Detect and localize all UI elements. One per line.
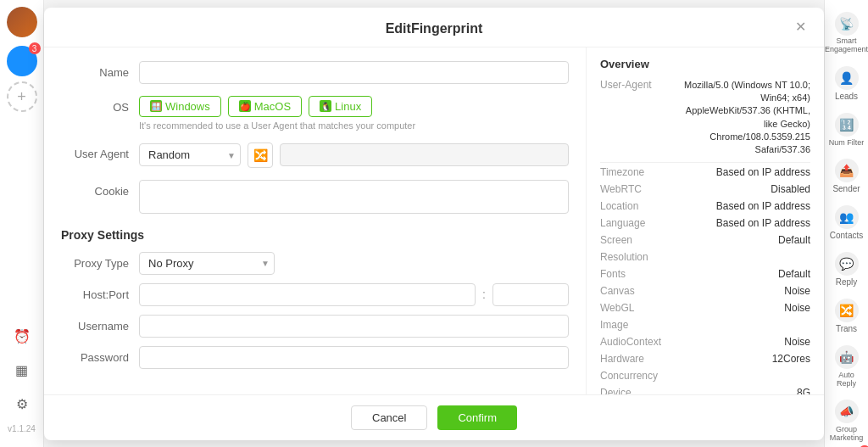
linux-label: Linux [335, 100, 361, 113]
leads-icon: 👤 [835, 66, 859, 90]
sidebar-item-label: Reply [836, 277, 858, 287]
auto-reply-icon: 🤖 [835, 345, 859, 369]
overview-val-device: 8G [683, 387, 810, 394]
port-separator: : [482, 288, 486, 301]
os-content: 🪟 Windows 🍎 MacOS 🐧 Linux [139, 96, 569, 131]
overview-row-image: Image [600, 319, 810, 331]
proxy-section-title: Proxy Settings [61, 228, 569, 242]
sidebar-item-label: Contacts [830, 231, 863, 240]
cookie-label: Cookie [61, 180, 129, 198]
windows-label: Windows [165, 100, 210, 113]
host-port-content: : [139, 283, 569, 306]
sidebar-item-trans[interactable]: 🔀 Trans [826, 293, 867, 338]
sidebar-item-group-marketing[interactable]: 📣 GroupMarketing [826, 394, 867, 447]
proxy-type-content: No Proxy HTTP SOCKS5 ▼ [139, 252, 569, 275]
os-linux-button[interactable]: 🐧 Linux [309, 96, 372, 117]
reply-icon: 💬 [835, 252, 859, 276]
overview-key-canvas: Canvas [600, 285, 676, 297]
sidebar-item-contacts[interactable]: 👥 Contacts [826, 200, 867, 245]
user-agent-select[interactable]: Random Custom [139, 143, 241, 166]
host-input[interactable] [139, 283, 476, 306]
overview-row-hardware: Hardware 12Cores [600, 353, 810, 365]
refresh-button[interactable]: 🔀 [248, 142, 273, 168]
overview-title: Overview [600, 58, 810, 70]
cookie-textarea[interactable] [139, 180, 569, 214]
username-input[interactable] [139, 315, 569, 338]
overview-key-webgl: WebGL [600, 302, 676, 314]
overview-key-language: Language [600, 217, 676, 229]
password-input[interactable] [139, 346, 569, 369]
sidebar-item-num-filter[interactable]: 🔢 Num Filter [826, 108, 867, 152]
overview-key-device: Device [600, 387, 676, 394]
sidebar-icon-grid[interactable]: ▦ [8, 356, 36, 383]
proxy-type-select[interactable]: No Proxy HTTP SOCKS5 [139, 252, 275, 275]
sidebar-item-reply[interactable]: 💬 Reply [826, 247, 867, 292]
port-input[interactable] [492, 283, 569, 306]
overview-row-fonts: Fonts Default [600, 268, 810, 280]
dialog-title: EditFingerprint [386, 21, 483, 36]
dialog-header: EditFingerprint ✕ [44, 8, 824, 47]
os-windows-button[interactable]: 🪟 Windows [139, 96, 221, 117]
overview-key-user-agent: User-Agent [600, 79, 676, 157]
overview-key-image: Image [600, 319, 676, 331]
workspace-dot[interactable] [7, 46, 37, 76]
sidebar-item-smart-engagement[interactable]: 📡 SmartEngagement [826, 7, 867, 59]
group-marketing-icon: 📣 [835, 400, 859, 423]
cancel-button[interactable]: Cancel [351, 405, 427, 430]
sidebar-item-label: Sender [832, 184, 860, 193]
user-agent-row: User Agent Random Custom ▼ 🔀 [61, 142, 569, 168]
overview-key-timezone: Timezone [600, 166, 676, 178]
user-agent-input[interactable] [280, 143, 569, 166]
sidebar-item-label: SmartEngagement [825, 37, 868, 54]
linux-icon: 🐧 [320, 100, 331, 112]
macos-label: MacOS [254, 100, 291, 113]
app-version: v1.1.24 [8, 424, 36, 433]
dialog-footer: Cancel Confirm [44, 394, 824, 440]
edit-fingerprint-dialog: EditFingerprint ✕ Name OS [44, 8, 824, 440]
username-label: Username [61, 320, 129, 332]
overview-val-screen: Default [683, 234, 810, 246]
overview-val-audio: Noise [683, 336, 810, 348]
sidebar-icon-clock[interactable]: ⏰ [8, 322, 36, 349]
overview-row-language: Language Based on IP address [600, 217, 810, 229]
overview-val-user-agent: Mozilla/5.0 (Windows NT 10.0; Win64; x64… [683, 79, 810, 157]
confirm-button[interactable]: Confirm [437, 405, 517, 430]
overview-key-audio: AudioContext [600, 336, 676, 348]
user-agent-select-wrapper: Random Custom ▼ [139, 143, 241, 166]
overview-row-screen: Screen Default [600, 234, 810, 246]
proxy-type-row: Proxy Type No Proxy HTTP SOCKS5 ▼ [61, 252, 569, 275]
overview-row-concurrency: Concurrency [600, 370, 810, 382]
dialog-overlay: EditFingerprint ✕ Name OS [44, 0, 824, 447]
close-button[interactable]: ✕ [790, 17, 810, 37]
overview-row-webgl: WebGL Noise [600, 302, 810, 314]
overview-key-resolution: Resolution [600, 251, 676, 263]
name-input[interactable] [139, 61, 569, 84]
user-agent-controls: Random Custom ▼ 🔀 [139, 142, 569, 168]
avatar[interactable] [7, 7, 37, 37]
sidebar-item-sender[interactable]: 📤 Sender [826, 154, 867, 198]
cookie-content [139, 180, 569, 216]
os-label: OS [61, 96, 129, 114]
os-hint: It's recommended to use a User Agent tha… [139, 120, 569, 131]
user-agent-content: Random Custom ▼ 🔀 [139, 142, 569, 168]
overview-val-fonts: Default [683, 268, 810, 280]
overview-val-image [683, 319, 810, 331]
macos-icon: 🍎 [239, 100, 251, 112]
sidebar-item-label: Trans [836, 324, 857, 333]
sidebar-item-auto-reply[interactable]: 🤖 Auto Reply [826, 340, 867, 393]
user-agent-label: User Agent [61, 142, 129, 160]
password-row: Password [61, 346, 569, 369]
overview-val-webrtc: Disabled [683, 183, 810, 195]
overview-row-webrtc: WebRTC Disabled [600, 183, 810, 195]
dialog-body: Name OS 🪟 Windows [44, 47, 824, 394]
os-macos-button[interactable]: 🍎 MacOS [228, 96, 302, 117]
sidebar-item-leads[interactable]: 👤 Leads [826, 61, 867, 106]
num-filter-icon: 🔢 [835, 113, 859, 137]
overview-key-screen: Screen [600, 234, 676, 246]
os-row: OS 🪟 Windows 🍎 MacOS [61, 96, 569, 131]
add-workspace-button[interactable]: + [7, 81, 37, 112]
sidebar-item-label: Auto Reply [828, 371, 865, 388]
sidebar-icon-settings[interactable]: ⚙ [8, 390, 36, 417]
sidebar-item-label: GroupMarketing [830, 425, 864, 442]
overview-key-hardware: Hardware [600, 353, 676, 365]
